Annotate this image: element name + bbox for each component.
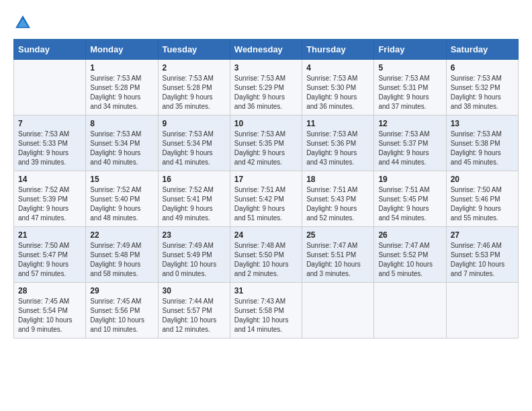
day-info: Sunrise: 7:47 AM Sunset: 5:52 PM Dayligh… xyxy=(378,241,441,279)
day-cell: 25Sunrise: 7:47 AM Sunset: 5:51 PM Dayli… xyxy=(302,227,374,283)
day-cell: 28Sunrise: 7:45 AM Sunset: 5:54 PM Dayli… xyxy=(14,283,86,338)
day-number: 1 xyxy=(90,63,153,73)
day-number: 16 xyxy=(163,175,226,184)
day-cell xyxy=(446,283,518,338)
day-info: Sunrise: 7:53 AM Sunset: 5:33 PM Dayligh… xyxy=(18,130,81,167)
week-row-4: 21Sunrise: 7:50 AM Sunset: 5:47 PM Dayli… xyxy=(14,227,519,283)
day-cell: 14Sunrise: 7:52 AM Sunset: 5:39 PM Dayli… xyxy=(14,171,86,227)
day-cell: 24Sunrise: 7:48 AM Sunset: 5:50 PM Dayli… xyxy=(230,227,302,283)
logo-icon xyxy=(13,13,32,32)
day-number: 12 xyxy=(378,119,441,128)
day-info: Sunrise: 7:51 AM Sunset: 5:45 PM Dayligh… xyxy=(378,185,441,223)
day-number: 4 xyxy=(306,63,369,73)
header-cell-saturday: Saturday xyxy=(446,40,518,60)
day-cell: 9Sunrise: 7:53 AM Sunset: 5:34 PM Daylig… xyxy=(158,116,230,171)
day-info: Sunrise: 7:51 AM Sunset: 5:42 PM Dayligh… xyxy=(234,185,298,223)
day-info: Sunrise: 7:53 AM Sunset: 5:28 PM Dayligh… xyxy=(163,74,226,111)
day-info: Sunrise: 7:52 AM Sunset: 5:41 PM Dayligh… xyxy=(163,185,226,223)
day-cell: 31Sunrise: 7:43 AM Sunset: 5:58 PM Dayli… xyxy=(230,283,302,338)
day-info: Sunrise: 7:49 AM Sunset: 5:49 PM Dayligh… xyxy=(163,241,226,279)
day-cell: 11Sunrise: 7:53 AM Sunset: 5:36 PM Dayli… xyxy=(302,116,374,171)
day-number: 23 xyxy=(163,230,226,240)
day-cell: 30Sunrise: 7:44 AM Sunset: 5:57 PM Dayli… xyxy=(158,283,230,338)
day-info: Sunrise: 7:53 AM Sunset: 5:36 PM Dayligh… xyxy=(306,130,369,167)
day-cell: 7Sunrise: 7:53 AM Sunset: 5:33 PM Daylig… xyxy=(14,116,86,171)
day-cell: 15Sunrise: 7:52 AM Sunset: 5:40 PM Dayli… xyxy=(86,171,158,227)
day-cell: 19Sunrise: 7:51 AM Sunset: 5:45 PM Dayli… xyxy=(374,171,446,227)
day-number: 28 xyxy=(18,286,81,295)
calendar-header: SundayMondayTuesdayWednesdayThursdayFrid… xyxy=(14,40,519,60)
day-number: 31 xyxy=(234,286,298,295)
day-cell xyxy=(14,60,86,116)
day-number: 25 xyxy=(306,230,369,240)
day-number: 21 xyxy=(18,230,81,240)
day-info: Sunrise: 7:48 AM Sunset: 5:50 PM Dayligh… xyxy=(234,241,298,279)
day-info: Sunrise: 7:50 AM Sunset: 5:47 PM Dayligh… xyxy=(18,241,81,279)
day-cell: 2Sunrise: 7:53 AM Sunset: 5:28 PM Daylig… xyxy=(158,60,230,116)
week-row-2: 7Sunrise: 7:53 AM Sunset: 5:33 PM Daylig… xyxy=(14,116,519,171)
day-info: Sunrise: 7:44 AM Sunset: 5:57 PM Dayligh… xyxy=(163,297,226,334)
day-info: Sunrise: 7:53 AM Sunset: 5:28 PM Dayligh… xyxy=(90,74,153,111)
day-info: Sunrise: 7:53 AM Sunset: 5:30 PM Dayligh… xyxy=(306,74,369,111)
day-number: 29 xyxy=(90,286,153,295)
day-cell: 26Sunrise: 7:47 AM Sunset: 5:52 PM Dayli… xyxy=(374,227,446,283)
week-row-1: 1Sunrise: 7:53 AM Sunset: 5:28 PM Daylig… xyxy=(14,60,519,116)
day-cell: 8Sunrise: 7:53 AM Sunset: 5:34 PM Daylig… xyxy=(86,116,158,171)
week-row-3: 14Sunrise: 7:52 AM Sunset: 5:39 PM Dayli… xyxy=(14,171,519,227)
day-number: 9 xyxy=(163,119,226,128)
day-cell: 6Sunrise: 7:53 AM Sunset: 5:32 PM Daylig… xyxy=(446,60,518,116)
day-number: 3 xyxy=(234,63,298,73)
day-number: 5 xyxy=(378,63,441,73)
day-number: 14 xyxy=(18,175,81,184)
day-cell: 23Sunrise: 7:49 AM Sunset: 5:49 PM Dayli… xyxy=(158,227,230,283)
day-cell: 1Sunrise: 7:53 AM Sunset: 5:28 PM Daylig… xyxy=(86,60,158,116)
day-info: Sunrise: 7:45 AM Sunset: 5:54 PM Dayligh… xyxy=(18,297,81,334)
day-cell: 20Sunrise: 7:50 AM Sunset: 5:46 PM Dayli… xyxy=(446,171,518,227)
header-cell-friday: Friday xyxy=(374,40,446,60)
day-number: 27 xyxy=(451,230,514,240)
day-number: 15 xyxy=(90,175,153,184)
day-cell: 10Sunrise: 7:53 AM Sunset: 5:35 PM Dayli… xyxy=(230,116,302,171)
day-number: 30 xyxy=(163,286,226,295)
header-cell-monday: Monday xyxy=(86,40,158,60)
day-info: Sunrise: 7:53 AM Sunset: 5:35 PM Dayligh… xyxy=(234,130,298,167)
day-cell: 29Sunrise: 7:45 AM Sunset: 5:56 PM Dayli… xyxy=(86,283,158,338)
header-cell-tuesday: Tuesday xyxy=(158,40,230,60)
day-cell: 13Sunrise: 7:53 AM Sunset: 5:38 PM Dayli… xyxy=(446,116,518,171)
day-number: 10 xyxy=(234,119,298,128)
week-row-5: 28Sunrise: 7:45 AM Sunset: 5:54 PM Dayli… xyxy=(14,283,519,338)
day-info: Sunrise: 7:52 AM Sunset: 5:40 PM Dayligh… xyxy=(90,185,153,223)
day-info: Sunrise: 7:53 AM Sunset: 5:34 PM Dayligh… xyxy=(163,130,226,167)
day-cell: 17Sunrise: 7:51 AM Sunset: 5:42 PM Dayli… xyxy=(230,171,302,227)
header-cell-thursday: Thursday xyxy=(302,40,374,60)
day-cell xyxy=(302,283,374,338)
day-number: 11 xyxy=(306,119,369,128)
day-info: Sunrise: 7:53 AM Sunset: 5:37 PM Dayligh… xyxy=(378,130,441,167)
day-info: Sunrise: 7:50 AM Sunset: 5:46 PM Dayligh… xyxy=(451,185,514,223)
day-number: 18 xyxy=(306,175,369,184)
day-number: 8 xyxy=(90,119,153,128)
page-header xyxy=(13,13,519,32)
day-cell: 3Sunrise: 7:53 AM Sunset: 5:29 PM Daylig… xyxy=(230,60,302,116)
day-info: Sunrise: 7:46 AM Sunset: 5:53 PM Dayligh… xyxy=(451,241,514,279)
day-info: Sunrise: 7:47 AM Sunset: 5:51 PM Dayligh… xyxy=(306,241,369,279)
calendar-body: 1Sunrise: 7:53 AM Sunset: 5:28 PM Daylig… xyxy=(14,60,519,338)
day-number: 20 xyxy=(451,175,514,184)
day-cell xyxy=(374,283,446,338)
day-info: Sunrise: 7:45 AM Sunset: 5:56 PM Dayligh… xyxy=(90,297,153,334)
day-info: Sunrise: 7:51 AM Sunset: 5:43 PM Dayligh… xyxy=(306,185,369,223)
day-info: Sunrise: 7:53 AM Sunset: 5:32 PM Dayligh… xyxy=(451,74,514,111)
day-cell: 22Sunrise: 7:49 AM Sunset: 5:48 PM Dayli… xyxy=(86,227,158,283)
day-number: 6 xyxy=(451,63,514,73)
day-cell: 16Sunrise: 7:52 AM Sunset: 5:41 PM Dayli… xyxy=(158,171,230,227)
day-number: 24 xyxy=(234,230,298,240)
day-number: 7 xyxy=(18,119,81,128)
day-cell: 12Sunrise: 7:53 AM Sunset: 5:37 PM Dayli… xyxy=(374,116,446,171)
day-number: 17 xyxy=(234,175,298,184)
header-cell-wednesday: Wednesday xyxy=(230,40,302,60)
day-info: Sunrise: 7:49 AM Sunset: 5:48 PM Dayligh… xyxy=(90,241,153,279)
day-info: Sunrise: 7:53 AM Sunset: 5:34 PM Dayligh… xyxy=(90,130,153,167)
day-cell: 4Sunrise: 7:53 AM Sunset: 5:30 PM Daylig… xyxy=(302,60,374,116)
day-number: 2 xyxy=(163,63,226,73)
day-cell: 5Sunrise: 7:53 AM Sunset: 5:31 PM Daylig… xyxy=(374,60,446,116)
